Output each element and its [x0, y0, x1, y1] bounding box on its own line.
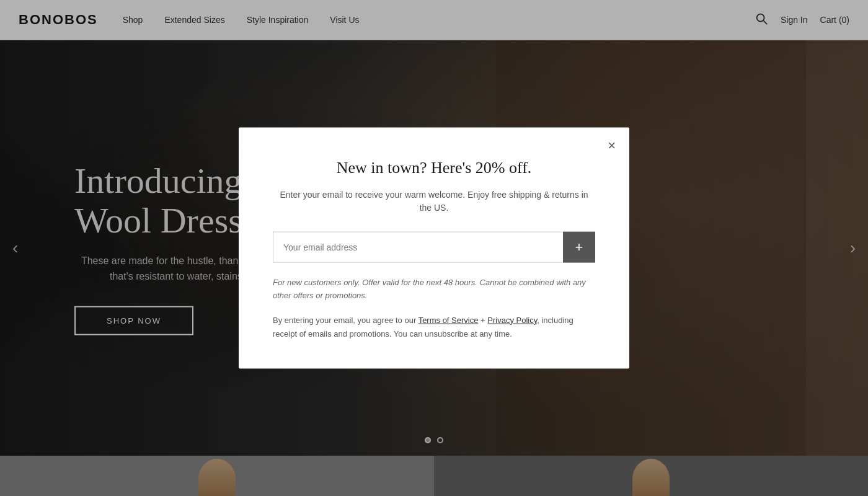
email-input[interactable] — [273, 232, 563, 263]
email-submit-button[interactable]: + — [563, 232, 595, 263]
email-signup-modal: × New in town? Here's 20% off. Enter you… — [239, 128, 629, 369]
modal-fine-print: For new customers only. Offer valid for … — [273, 277, 595, 303]
terms-of-service-link[interactable]: Terms of Service — [418, 315, 479, 324]
privacy-policy-link[interactable]: Privacy Policy — [487, 315, 537, 324]
email-form-row: + — [273, 232, 595, 263]
modal-close-button[interactable]: × — [608, 139, 616, 153]
legal-pre-text: By entering your email, you agree to our — [273, 315, 418, 324]
modal-title: New in town? Here's 20% off. — [273, 159, 595, 177]
modal-legal-text: By entering your email, you agree to our… — [273, 313, 595, 340]
modal-subtitle: Enter your email to receive your warm we… — [273, 188, 595, 215]
legal-plus: + — [478, 315, 487, 324]
